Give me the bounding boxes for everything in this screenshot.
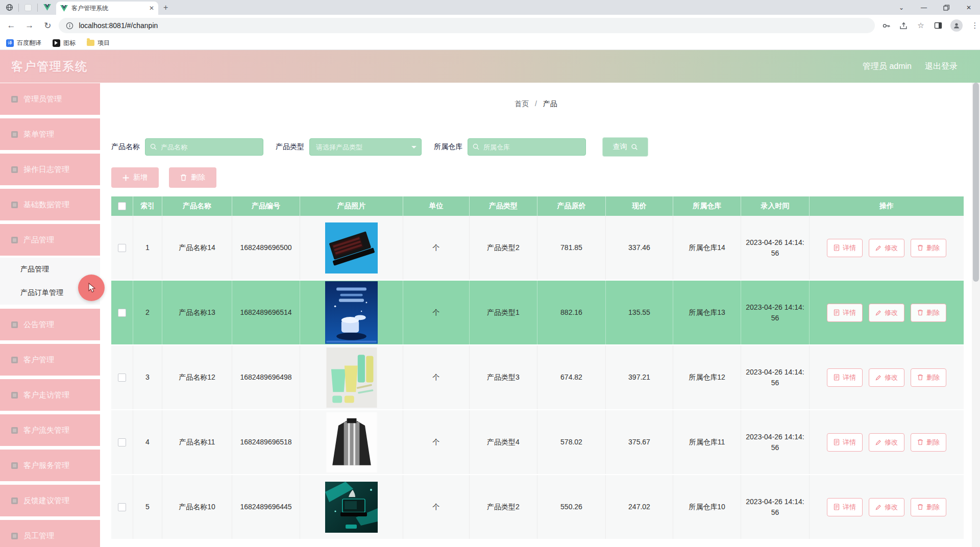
back-icon[interactable]: ← <box>4 18 18 33</box>
column-header-unit: 单位 <box>403 196 470 216</box>
warehouse-label: 所属仓库 <box>434 142 462 152</box>
product-name-input[interactable] <box>145 138 263 156</box>
sidebar-item-customer-churn-mgmt[interactable]: 客户流失管理 <box>0 414 100 446</box>
row-delete-button[interactable]: 删除 <box>911 239 946 257</box>
add-button[interactable]: 新增 <box>111 167 159 188</box>
sidebar-item-menu-mgmt[interactable]: 菜单管理 <box>0 118 100 150</box>
globe-icon[interactable] <box>5 4 13 12</box>
detail-button[interactable]: 详情 <box>827 368 863 387</box>
vue-favicon <box>60 5 68 12</box>
edit-button[interactable]: 修改 <box>869 239 904 257</box>
logout-link[interactable]: 退出登录 <box>925 61 958 72</box>
edit-button[interactable]: 修改 <box>869 433 904 452</box>
flag-icon <box>53 39 60 47</box>
row-checkbox[interactable] <box>118 438 126 446</box>
warehouse-input[interactable] <box>468 138 586 156</box>
sidebar-item-announcement-mgmt[interactable]: 公告管理 <box>0 309 100 340</box>
new-tab-button[interactable]: + <box>163 3 168 12</box>
edit-button[interactable]: 修改 <box>869 368 904 387</box>
edit-button[interactable]: 修改 <box>869 498 904 516</box>
search-icon <box>150 143 157 151</box>
tab-close-icon[interactable]: ✕ <box>149 5 154 12</box>
breadcrumb: 首页 / 产品 <box>100 100 972 109</box>
share-icon[interactable] <box>898 20 909 31</box>
product-icon <box>11 237 18 243</box>
sidebar-item-staff-mgmt[interactable]: 员工管理 <box>0 520 100 547</box>
sidebar-item-feedback-mgmt[interactable]: 反馈建议管理 <box>0 485 100 516</box>
visit-icon <box>11 392 18 399</box>
window-chevron-icon[interactable]: ⌄ <box>890 0 913 15</box>
row-delete-button[interactable]: 删除 <box>911 304 946 322</box>
column-header-actions: 操作 <box>810 196 964 216</box>
detail-button[interactable]: 详情 <box>827 433 863 452</box>
window-restore-button[interactable] <box>935 0 958 15</box>
sidebar-item-admin-mgmt[interactable]: 管理员管理 <box>0 83 100 115</box>
sidebar-item-basedata-mgmt[interactable]: 基础数据管理 <box>0 189 100 220</box>
pencil-icon <box>875 504 881 510</box>
side-panel-icon[interactable] <box>933 20 943 31</box>
browser-tab-strip: 客户管理系统 ✕ + ⌄ — ✕ <box>0 0 980 15</box>
bookmark-icons[interactable]: 图标 <box>53 39 76 47</box>
tab-separator <box>18 4 19 12</box>
bookmark-baidu-translate[interactable]: 译 百度翻译 <box>6 39 41 47</box>
address-bar[interactable]: localhost:8081/#/chanpin <box>59 18 875 33</box>
active-tab[interactable]: 客户管理系统 ✕ <box>56 2 158 15</box>
product-type-select[interactable] <box>309 138 422 156</box>
site-info-icon[interactable] <box>66 22 74 30</box>
table-toolbar: 新增 删除 <box>111 167 216 188</box>
pencil-icon <box>875 375 881 381</box>
table-row: 3 产品名称12 1682489696498 <box>111 345 964 410</box>
bookmark-star-icon[interactable]: ☆ <box>916 20 926 31</box>
blank-tab-icon[interactable] <box>24 4 32 12</box>
sidebar-item-customer-visit-mgmt[interactable]: 客户走访管理 <box>0 379 100 411</box>
url-text[interactable]: localhost:8081/#/chanpin <box>79 21 158 30</box>
window-minimize-button[interactable]: — <box>913 0 935 15</box>
row-checkbox[interactable] <box>118 309 126 317</box>
app-title: 客户管理系统 <box>11 59 88 74</box>
sidebar-item-customer-mgmt[interactable]: 客户管理 <box>0 344 100 376</box>
breadcrumb-home[interactable]: 首页 <box>514 100 529 108</box>
row-checkbox[interactable] <box>118 244 126 252</box>
product-image <box>325 281 378 344</box>
row-checkbox[interactable] <box>118 503 126 511</box>
detail-button[interactable]: 详情 <box>827 498 863 516</box>
trash-icon <box>917 439 923 445</box>
select-all-checkbox[interactable] <box>118 202 126 210</box>
reload-icon[interactable]: ↻ <box>41 18 55 33</box>
profile-avatar[interactable] <box>950 19 963 32</box>
vue-tab-icon[interactable] <box>43 4 51 12</box>
row-delete-button[interactable]: 删除 <box>911 368 946 387</box>
document-icon <box>834 504 840 510</box>
password-key-icon[interactable] <box>881 20 891 31</box>
row-delete-button[interactable]: 删除 <box>911 433 946 452</box>
document-icon <box>834 244 840 251</box>
plus-icon <box>122 175 129 181</box>
delete-button[interactable]: 删除 <box>169 167 216 188</box>
page-scrollbar[interactable] <box>972 83 980 547</box>
trash-icon <box>917 374 923 381</box>
sidebar-item-customer-service-mgmt[interactable]: 客户服务管理 <box>0 450 100 481</box>
column-header-warehouse: 所属仓库 <box>673 196 741 216</box>
row-delete-button[interactable]: 删除 <box>911 498 946 516</box>
menu-kebab-icon[interactable]: ⋮ <box>970 20 980 31</box>
sidebar-item-log-mgmt[interactable]: 操作日志管理 <box>0 154 100 185</box>
product-image <box>325 222 378 274</box>
window-close-button[interactable]: ✕ <box>958 0 980 15</box>
column-header-time: 录入时间 <box>741 196 810 216</box>
table-row: 1 产品名称14 1682489696500 <box>111 216 964 281</box>
translate-icon: 译 <box>6 39 14 47</box>
sidebar: 管理员管理 菜单管理 操作日志管理 基础数据管理 产品管理 产品管理 产品订单管… <box>0 83 100 547</box>
detail-button[interactable]: 详情 <box>827 304 863 322</box>
product-name-label: 产品名称 <box>111 142 140 152</box>
bookmark-project[interactable]: 项目 <box>87 39 110 47</box>
current-user-label: 管理员 admin <box>863 61 912 72</box>
search-button[interactable]: 查询 <box>602 137 648 157</box>
sidebar-item-product-mgmt[interactable]: 产品管理 <box>0 224 100 256</box>
forward-icon[interactable]: → <box>22 18 37 33</box>
column-header-cur-price: 现价 <box>606 196 673 216</box>
edit-button[interactable]: 修改 <box>869 304 904 322</box>
detail-button[interactable]: 详情 <box>827 239 863 257</box>
row-checkbox[interactable] <box>118 374 126 382</box>
tab-separator <box>37 4 38 12</box>
scrollbar-thumb[interactable] <box>973 83 979 282</box>
